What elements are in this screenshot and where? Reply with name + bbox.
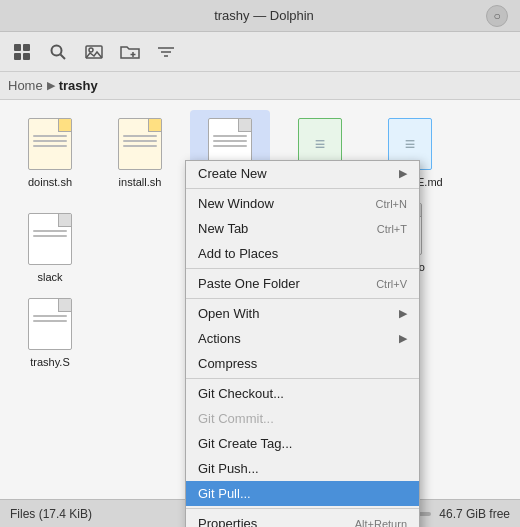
context-menu: Create New ▶ New Window Ctrl+N New Tab C…: [185, 160, 420, 527]
menu-shortcut: Alt+Return: [355, 518, 407, 528]
menu-open-with[interactable]: Open With ▶: [186, 301, 419, 326]
menu-label: Git Commit...: [198, 411, 407, 426]
menu-label: Properties: [198, 516, 335, 527]
menu-shortcut: Ctrl+N: [376, 198, 407, 210]
menu-separator: [186, 378, 419, 379]
window-title: trashy — Dolphin: [42, 8, 486, 23]
file-item[interactable]: trashy.S: [10, 290, 90, 375]
menu-label: Git Checkout...: [198, 386, 407, 401]
menu-add-to-places[interactable]: Add to Places: [186, 241, 419, 266]
menu-actions[interactable]: Actions ▶: [186, 326, 419, 351]
svg-rect-1: [23, 44, 30, 51]
menu-separator: [186, 268, 419, 269]
file-label: trashy.S: [30, 356, 70, 369]
menu-git-pull[interactable]: Git Pull...: [186, 481, 419, 506]
file-label: install.sh: [119, 176, 162, 189]
menu-shortcut: Ctrl+T: [377, 223, 407, 235]
menu-label: Open With: [198, 306, 399, 321]
svg-rect-0: [14, 44, 21, 51]
new-folder-icon[interactable]: [116, 38, 144, 66]
menu-create-new[interactable]: Create New ▶: [186, 161, 419, 186]
svg-point-4: [52, 45, 62, 55]
menu-git-push[interactable]: Git Push...: [186, 456, 419, 481]
file-icon-install: [112, 116, 168, 172]
svg-line-5: [61, 54, 66, 59]
grid-view-icon[interactable]: [8, 38, 36, 66]
menu-git-checkout[interactable]: Git Checkout...: [186, 381, 419, 406]
titlebar: trashy — Dolphin ○: [0, 0, 520, 32]
breadcrumb: Home ▶ trashy: [0, 72, 520, 100]
file-icon-slack: [22, 211, 78, 267]
filter-icon[interactable]: [152, 38, 180, 66]
submenu-arrow: ▶: [399, 167, 407, 180]
menu-label: Add to Places: [198, 246, 407, 261]
breadcrumb-current[interactable]: trashy: [59, 78, 98, 93]
menu-label: New Tab: [198, 221, 357, 236]
menu-new-tab[interactable]: New Tab Ctrl+T: [186, 216, 419, 241]
menu-label: New Window: [198, 196, 356, 211]
svg-rect-2: [14, 53, 21, 60]
menu-label: Git Push...: [198, 461, 407, 476]
breadcrumb-home[interactable]: Home: [8, 78, 43, 93]
menu-separator: [186, 298, 419, 299]
file-item[interactable]: slack: [10, 205, 90, 290]
file-area: doinst.sh install.sh new_file README: [0, 100, 520, 499]
menu-shortcut: Ctrl+V: [376, 278, 407, 290]
submenu-arrow: ▶: [399, 307, 407, 320]
file-label: doinst.sh: [28, 176, 72, 189]
menu-compress[interactable]: Compress: [186, 351, 419, 376]
image-preview-icon[interactable]: [80, 38, 108, 66]
menu-label: Git Create Tag...: [198, 436, 407, 451]
menu-new-window[interactable]: New Window Ctrl+N: [186, 191, 419, 216]
breadcrumb-separator: ▶: [47, 79, 55, 92]
menu-properties[interactable]: Properties Alt+Return: [186, 511, 419, 527]
file-label: slack: [37, 271, 62, 284]
file-icon-doinst: [22, 116, 78, 172]
menu-git-commit: Git Commit...: [186, 406, 419, 431]
menu-label: Paste One Folder: [198, 276, 356, 291]
close-button[interactable]: ○: [486, 5, 508, 27]
menu-paste-one-folder[interactable]: Paste One Folder Ctrl+V: [186, 271, 419, 296]
file-item[interactable]: doinst.sh: [10, 110, 90, 195]
menu-git-create-tag[interactable]: Git Create Tag...: [186, 431, 419, 456]
statusbar-free-space: 46.7 GiB free: [439, 507, 510, 521]
svg-rect-3: [23, 53, 30, 60]
menu-label: Create New: [198, 166, 399, 181]
menu-separator: [186, 508, 419, 509]
menu-separator: [186, 188, 419, 189]
search-icon[interactable]: [44, 38, 72, 66]
toolbar: [0, 32, 520, 72]
menu-label: Git Pull...: [198, 486, 407, 501]
menu-label: Actions: [198, 331, 399, 346]
menu-label: Compress: [198, 356, 407, 371]
file-icon-trashys: [22, 296, 78, 352]
submenu-arrow: ▶: [399, 332, 407, 345]
file-item[interactable]: install.sh: [100, 110, 180, 195]
svg-point-7: [89, 48, 93, 52]
